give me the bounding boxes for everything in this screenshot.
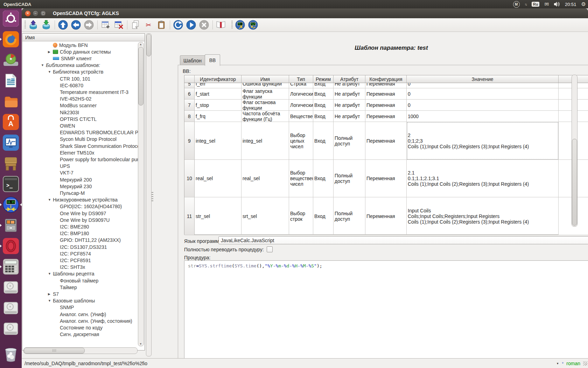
network-icon[interactable]: ↑↓ <box>525 2 527 6</box>
configuration-cell[interactable]: Переменная <box>365 197 407 235</box>
identifier-cell[interactable]: real_sel <box>195 160 241 197</box>
expand-right-icon[interactable]: ▶ <box>48 292 53 296</box>
tree-item[interactable]: Nik2303I <box>55 109 79 116</box>
launcher-files-icon[interactable] <box>3 93 19 109</box>
keyboard-layout-indicator[interactable]: Ru <box>532 2 540 7</box>
name-cell[interactable]: Ошибка функции <box>241 83 289 88</box>
tree-item[interactable]: Elemer TM510x <box>55 149 94 156</box>
tree-item[interactable]: I2C: PCF8574 <box>55 250 91 257</box>
value-cell[interactable]: 1000 <box>407 111 559 122</box>
row-number-cell[interactable]: 8 <box>184 111 195 122</box>
tree-item[interactable]: Power supply for turbomolecular pum <box>55 156 138 163</box>
expand-down-icon[interactable]: ▼ <box>48 70 53 74</box>
attribute-cell[interactable]: Не атрибут <box>334 88 365 100</box>
tree-item[interactable]: Таймер <box>55 284 77 291</box>
add-item-button[interactable] <box>100 20 111 30</box>
minimize-button[interactable]: – <box>33 11 38 16</box>
tree-item[interactable]: Состояние по коду <box>55 324 103 331</box>
launcher-disk-usage-icon[interactable] <box>3 52 19 68</box>
column-header[interactable]: Тип <box>289 75 313 83</box>
type-cell[interactable]: Выбор строк <box>289 197 313 235</box>
start-button[interactable] <box>186 20 196 30</box>
tree-item[interactable]: ▼Низкоуровневые устройства <box>48 197 118 203</box>
reload-button[interactable] <box>173 20 183 30</box>
mode-cell[interactable]: Вход <box>313 122 334 160</box>
tree-item[interactable]: ▶S7 <box>48 291 59 297</box>
tree-item[interactable]: Блок дискр. параметров <box>55 338 115 338</box>
delete-item-button[interactable] <box>113 20 124 30</box>
launcher-hard-disk-2-icon[interactable] <box>3 300 19 316</box>
name-cell[interactable]: integ_sel <box>241 122 289 160</box>
identifier-cell[interactable]: str_sel <box>195 197 241 235</box>
tree-item[interactable]: IVE-452HS-02 <box>55 96 91 102</box>
type-cell[interactable]: Строка <box>289 83 313 88</box>
status-user[interactable]: roman <box>566 361 580 366</box>
row-number-cell[interactable]: 11 <box>184 197 195 235</box>
program-language-combobox[interactable]: JavaLikeCalc.JavaScript ▼ <box>218 236 588 244</box>
configuration-cell[interactable]: Переменная <box>365 111 407 122</box>
manual-button[interactable] <box>216 20 226 30</box>
tree-item[interactable]: I2C: SHT3x <box>55 264 85 271</box>
tree-item[interactable]: ▼Библиотека устройств <box>48 69 104 75</box>
tree-item[interactable]: I2C: DS1307,DS3231 <box>55 244 107 250</box>
procedure-code-editor[interactable]: str=SYS.strftime(SYS.time(),"%Y-%m-%d-%H… <box>184 260 588 361</box>
tree-item[interactable]: OPTRIS CT/CTL <box>55 116 97 122</box>
name-cell[interactable]: Флаг запуска функции <box>241 88 289 100</box>
tree-item[interactable]: Аналог. сигн. (Униф) <box>55 311 106 318</box>
column-header[interactable]: Имя <box>241 75 289 83</box>
identifier-cell[interactable]: f_stop <box>195 100 241 111</box>
session-gear-icon[interactable]: ⚙ <box>581 1 586 7</box>
type-cell[interactable]: Выбор целых чисел <box>289 122 313 160</box>
paste-item-button[interactable] <box>156 20 167 30</box>
type-cell[interactable]: Логический <box>289 100 313 111</box>
tree-item[interactable]: Фоновый таймер <box>55 277 98 284</box>
mode-cell[interactable]: Вход <box>313 83 334 88</box>
attribute-cell[interactable]: Не атрибут <box>334 111 365 122</box>
tree-item[interactable]: ▼Библиотека шаблонов: <box>41 62 100 69</box>
forward-button[interactable] <box>84 20 94 30</box>
tree-item[interactable]: OWEN <box>55 122 75 129</box>
column-header[interactable]: Режим <box>313 75 334 83</box>
tree-item[interactable]: Shark Slave Communication Protocol <box>55 143 138 149</box>
clock[interactable]: 20:51 <box>565 2 576 7</box>
row-number-cell[interactable]: 10 <box>184 160 195 197</box>
identifier-cell[interactable]: integ_sel <box>195 122 241 160</box>
tree-item[interactable]: CTR 100, 101 <box>55 75 90 82</box>
launcher-openscada-icon[interactable]: 10.95 <box>3 197 19 213</box>
value-cell[interactable]: 20;1;2;3Coils (1);Input Coils (2);Regist… <box>407 122 559 160</box>
mode-cell[interactable]: Вход <box>313 197 334 235</box>
identifier-cell[interactable]: f_err <box>195 83 241 88</box>
save-to-db-button[interactable] <box>41 20 51 30</box>
maximize-button[interactable]: ▢ <box>40 11 46 16</box>
tree-item[interactable]: I2C: PCF8591 <box>55 257 91 264</box>
stop-button[interactable] <box>199 20 209 30</box>
column-header[interactable]: Идентификатор <box>195 75 241 83</box>
attribute-cell[interactable]: Не атрибут <box>334 83 365 88</box>
mode-cell[interactable]: Вход <box>313 100 334 111</box>
row-number-cell[interactable]: 7 <box>184 100 195 111</box>
launcher-terminal-icon[interactable]: >_ <box>3 176 19 192</box>
launcher-firefox-icon[interactable] <box>3 31 19 47</box>
status-dropdown-icon[interactable]: ▼ <box>556 362 559 365</box>
configuration-cell[interactable]: Переменная <box>365 122 407 160</box>
launcher-ubuntu-dash-icon[interactable] <box>3 11 19 27</box>
tree-item[interactable]: Меркурий 200 <box>55 176 92 183</box>
identifier-cell[interactable]: f_frq <box>195 111 241 122</box>
launcher-wooden-desk-icon[interactable] <box>3 155 19 171</box>
load-from-db-button[interactable] <box>28 20 38 30</box>
value-cell[interactable]: 0 <box>407 83 559 88</box>
tree-item[interactable]: Temperature measurement IT-3 <box>55 89 128 95</box>
tree-item[interactable]: EDWARDS TURBOMOLECULAR PUMP <box>55 129 138 136</box>
name-cell[interactable]: Флаг останова функции <box>241 100 289 111</box>
identifier-cell[interactable]: f_start <box>195 88 241 100</box>
launcher-ubuntu-software-icon[interactable]: A <box>3 114 19 130</box>
window-titlebar[interactable]: ✕ – ▢ OpenSCADA QTCfg: AGLKS <box>22 8 588 18</box>
tree-item[interactable]: ▼Базовые шаблоны <box>48 298 95 304</box>
vision-runtime-button[interactable] <box>248 20 258 30</box>
mail-icon[interactable]: ✉ <box>544 1 549 7</box>
tree-item[interactable]: SNMP <box>55 304 74 311</box>
expand-down-icon[interactable]: ▼ <box>48 272 53 275</box>
launcher-hard-disk-1-icon[interactable] <box>3 279 19 295</box>
name-cell[interactable]: real_sel <box>241 160 289 197</box>
cut-item-button[interactable]: ✂ <box>143 20 154 30</box>
